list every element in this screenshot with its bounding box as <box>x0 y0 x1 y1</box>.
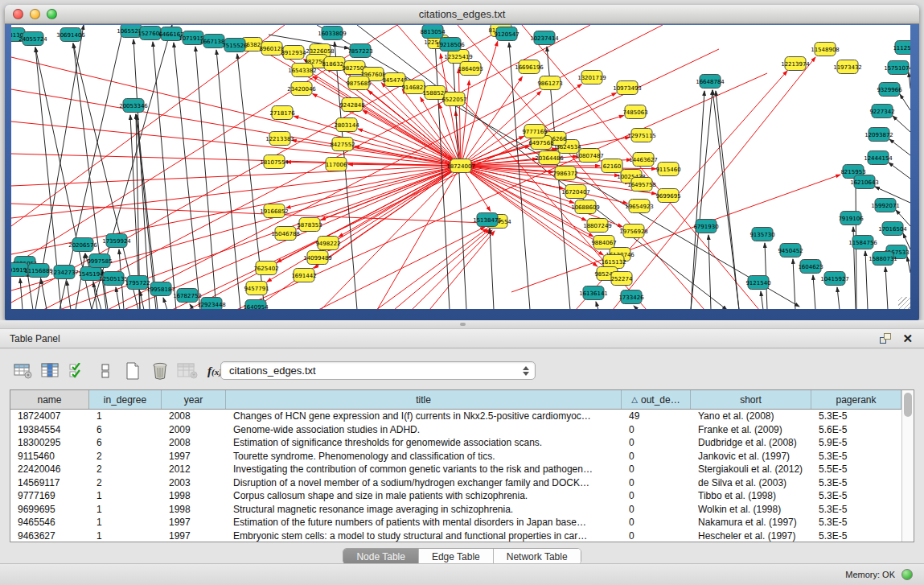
graph-node[interactable]: 16136141 <box>579 286 608 300</box>
graph-node[interactable]: 16648784 <box>696 75 725 89</box>
graph-node[interactable]: 252274 <box>611 272 633 286</box>
graph-node[interactable]: 19958187 <box>146 282 175 296</box>
table-cell[interactable]: 0 <box>622 517 691 528</box>
table-cell[interactable]: Dudbridge et al. (2008) <box>691 437 811 448</box>
table-cell[interactable]: Tourette syndrome. Phenomenology and cla… <box>226 451 622 462</box>
table-row[interactable]: 911546021997Tourette syndrome. Phenomeno… <box>10 450 901 463</box>
graph-node[interactable]: 16210643 <box>850 175 879 189</box>
graph-node[interactable]: 10688609 <box>571 200 600 214</box>
graph-node[interactable]: 17359924 <box>102 234 131 248</box>
graph-node[interactable]: 1691442 <box>291 269 316 282</box>
splitter-handle-icon[interactable] <box>460 323 466 326</box>
graph-node[interactable]: 9242848 <box>339 98 364 112</box>
table-cell[interactable]: 19384554 <box>10 424 89 435</box>
black-edge[interactable] <box>865 251 868 309</box>
graph-node[interactable]: 12505135 <box>99 272 128 286</box>
black-edge[interactable] <box>509 43 530 309</box>
graph-node[interactable]: 7857223 <box>347 44 372 58</box>
graph-node[interactable]: 12093872 <box>864 128 893 142</box>
graph-node[interactable]: 18107554 <box>260 155 289 169</box>
table-row[interactable]: 1456911722003Disruption of a novel membe… <box>10 476 901 490</box>
graph-node[interactable]: 16543382 <box>288 64 317 77</box>
table-cell[interactable]: 0 <box>622 463 691 475</box>
graph-node[interactable]: 9329966 <box>877 83 902 97</box>
table-cell[interactable]: 9699695 <box>10 504 89 515</box>
table-cell[interactable]: 6 <box>89 424 162 435</box>
graph-node[interactable]: 16696196 <box>515 60 544 74</box>
table-cell[interactable]: Stergiakouli et al. (2012) <box>691 463 811 475</box>
black-edge[interactable] <box>885 267 888 309</box>
tab-node-table[interactable]: Node Table <box>343 549 419 564</box>
table-cell[interactable]: 1998 <box>162 504 226 515</box>
graph-node[interactable]: 20206576 <box>68 238 97 252</box>
table-cell[interactable]: 49 <box>622 410 691 422</box>
black-edge[interactable] <box>634 306 638 309</box>
scrollbar-thumb[interactable] <box>904 393 912 417</box>
table-cell[interactable]: 2 <box>89 451 162 462</box>
graph-node[interactable]: 15138475 <box>473 213 502 227</box>
graph-node[interactable]: 19166852 <box>260 204 289 218</box>
graph-node[interactable]: 18807249 <box>583 219 612 233</box>
table-cell[interactable]: 1 <box>89 530 162 542</box>
red-edge[interactable] <box>429 231 495 309</box>
table-cell[interactable]: de Silva et al. (2003) <box>691 477 811 488</box>
graph-node[interactable]: 18724007 <box>446 159 475 173</box>
graph-node[interactable]: 15880731 <box>869 252 897 266</box>
window-titlebar[interactable]: citations_edges.txt <box>5 5 919 24</box>
graph-node[interactable]: 8427552 <box>330 138 355 151</box>
memory-ok-icon[interactable] <box>901 569 913 580</box>
table-cell[interactable]: 9777169 <box>10 490 89 501</box>
graph-node[interactable]: 7485063 <box>622 105 647 119</box>
graph-node[interactable]: 1733426 <box>618 290 644 304</box>
table-cell[interactable]: 2012 <box>162 463 226 475</box>
black-edge[interactable] <box>691 90 713 309</box>
close-window-icon[interactable] <box>13 9 23 19</box>
graph-node[interactable]: 14099489 <box>303 251 332 265</box>
select-all-icon[interactable] <box>66 360 90 381</box>
table-cell[interactable]: Genome-wide association studies in ADHD. <box>226 424 622 435</box>
red-edge[interactable] <box>11 166 461 186</box>
graph-node[interactable]: 1864093 <box>458 62 483 76</box>
graph-node[interactable]: 7625402 <box>253 262 278 275</box>
column-header-short[interactable]: short <box>691 390 811 409</box>
graph-node[interactable]: 19218506 <box>436 38 465 51</box>
graph-node[interactable]: 1640954 <box>243 300 269 310</box>
table-cell[interactable]: 2 <box>89 477 162 488</box>
red-edge[interactable] <box>376 229 487 309</box>
graph-node[interactable]: 10415927 <box>820 272 849 286</box>
table-cell[interactable]: 2003 <box>162 477 226 488</box>
black-edge[interactable] <box>708 235 711 309</box>
table-cell[interactable]: 0 <box>622 477 691 488</box>
graph-node[interactable]: 13201719 <box>577 71 606 84</box>
graph-node[interactable]: 7515526 <box>222 39 248 52</box>
table-cell[interactable]: 22420046 <box>10 463 89 475</box>
graph-node[interactable]: 15992071 <box>871 199 900 212</box>
table-cell[interactable]: 0 <box>622 437 691 448</box>
table-cell[interactable]: Embryonic stem cells: a model to study s… <box>226 530 622 542</box>
table-cell[interactable]: 1 <box>89 504 162 515</box>
graph-node[interactable]: 7919106 <box>838 212 864 225</box>
table-cell[interactable]: Changes of HCN gene expression and I(f) … <box>226 410 622 422</box>
table-cell[interactable]: 9463627 <box>10 530 89 542</box>
graph-node[interactable]: 9120547 <box>494 27 519 41</box>
table-row[interactable]: 946362711997Embryonic stem cells: a mode… <box>10 529 901 542</box>
table-cell[interactable]: Hescheler et al. (1997) <box>691 530 811 542</box>
graph-node[interactable]: 2803144 <box>334 118 359 132</box>
table-cell[interactable]: 0 <box>622 451 691 462</box>
table-cell[interactable]: 1 <box>89 410 162 422</box>
table-row[interactable]: 946554611997Estimation of the future num… <box>10 516 901 529</box>
black-edge[interactable] <box>761 291 763 309</box>
table-cell[interactable]: 5.3E-5 <box>811 517 901 528</box>
close-panel-icon[interactable]: ✕ <box>902 333 913 344</box>
red-edge[interactable] <box>11 204 484 223</box>
black-edge[interactable] <box>453 53 466 309</box>
table-cell[interactable]: Yano et al. (2008) <box>691 410 811 422</box>
table-cell[interactable]: 0 <box>622 424 691 435</box>
table-cell[interactable]: 1997 <box>162 517 226 528</box>
table-cell[interactable]: Structural magnetic resonance image aver… <box>226 504 622 515</box>
graph-node[interactable]: 5878353 <box>297 218 322 232</box>
graph-node[interactable]: 9777169 <box>522 125 547 138</box>
graph-node[interactable]: 11584756 <box>848 236 877 249</box>
black-edge[interactable] <box>216 50 240 309</box>
graph-node[interactable]: 12213383 <box>265 132 294 146</box>
